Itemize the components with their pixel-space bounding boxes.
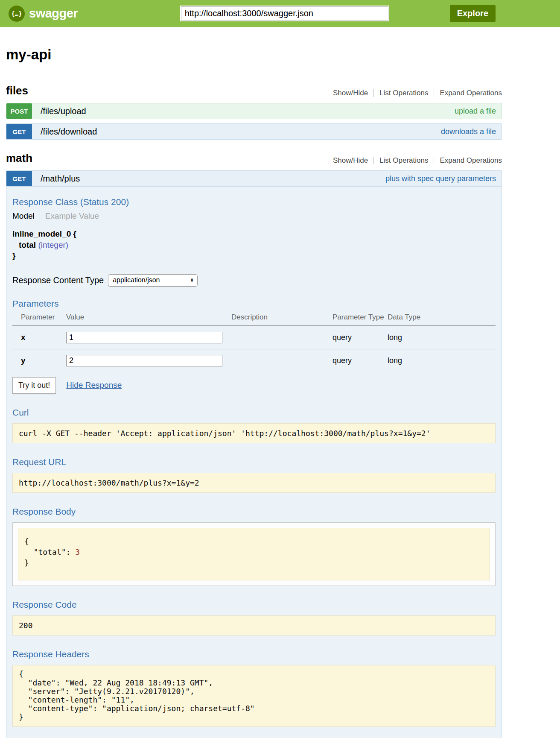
operation-summary[interactable]: upload a file [455,107,496,116]
parameter-value-input-x[interactable] [66,332,222,343]
json-text: } [24,558,29,567]
parameters-table: Parameter Value Description Parameter Ty… [12,313,496,372]
model-close-brace: } [12,250,496,261]
hide-response-link[interactable]: Hide Response [66,381,122,390]
tab-separator [40,211,40,222]
method-badge-get: GET [6,124,32,139]
operation-summary[interactable]: plus with spec query parameters [385,174,496,183]
api-title: my-api [6,47,502,63]
response-content-type-label: Response Content Type [12,275,104,285]
select-arrows-icon: ▲▼ [190,278,194,283]
parameter-data-type: long [388,326,496,349]
column-header-value: Value [66,313,231,326]
column-header-parameter: Parameter [12,313,66,326]
model-signature: inline_model_0 { total (integer) } [12,228,496,261]
main-content: my-api files Show/Hide List Operations E… [6,47,502,738]
section-title-math: math [6,152,32,165]
swagger-logo-icon: {…} [9,6,25,22]
try-it-out-button[interactable]: Try it out! [12,377,56,394]
json-text: { "total": [24,537,75,556]
property-name: total [19,240,36,249]
operation-row-post-files-upload[interactable]: POST /files/upload upload a file [6,103,502,119]
show-hide-link[interactable]: Show/Hide [333,156,368,165]
operation-path[interactable]: /math/plus [41,174,80,184]
parameter-type: query [332,326,388,349]
response-body-container: { "total": 3 } [12,522,496,586]
spec-url-input[interactable] [180,6,389,21]
swagger-logo[interactable]: {…} swagger [9,6,78,22]
section-controls-math: Show/Hide List Operations Expand Operati… [333,156,502,165]
tab-example-value[interactable]: Example Value [45,211,99,221]
try-it-out-row: Try it out! Hide Response [12,377,496,394]
response-body-heading: Response Body [12,507,496,517]
parameters-heading: Parameters [12,299,496,309]
operation-row-get-files-download[interactable]: GET /files/download downloads a file [6,123,502,140]
parameters-header-row: Parameter Value Description Parameter Ty… [12,313,496,326]
parameter-row-x: x query long [12,326,496,349]
response-code-heading: Response Code [12,600,496,610]
model-tabs: Model Example Value [12,211,496,222]
expand-operations-link[interactable]: Expand Operations [440,156,502,165]
link-separator [373,89,374,97]
section-header-math: math Show/Hide List Operations Expand Op… [6,152,502,165]
section-header-files: files Show/Hide List Operations Expand O… [6,84,502,97]
request-url-value: http://localhost:3000/math/plus?x=1&y=2 [12,473,496,493]
operation-path[interactable]: /files/upload [41,106,86,116]
header-bar: {…} swagger Explore [0,0,560,27]
column-header-data-type: Data Type [388,313,496,326]
parameter-value-input-y[interactable] [66,355,222,366]
operation-summary[interactable]: downloads a file [441,127,496,136]
property-type: (integer) [38,240,68,249]
braces-icon: {…} [11,10,22,17]
response-content-type-row: Response Content Type application/json ▲… [12,274,496,287]
link-separator [434,89,434,97]
show-hide-link[interactable]: Show/Hide [333,89,368,97]
response-headers-heading: Response Headers [12,649,496,659]
json-number-value: 3 [75,548,80,556]
column-header-description: Description [231,313,332,326]
list-operations-link[interactable]: List Operations [379,156,428,165]
model-property: total (integer) [19,240,496,251]
response-headers-json: { "date": "Wed, 22 Aug 2018 18:49:13 GMT… [12,665,496,727]
curl-heading: Curl [12,407,496,418]
list-operations-link[interactable]: List Operations [379,89,428,97]
response-class-heading: Response Class (Status 200) [12,197,496,207]
parameter-type: query [332,349,388,372]
tab-model[interactable]: Model [12,211,35,221]
operation-row-get-math-plus[interactable]: GET /math/plus plus with spec query para… [6,170,502,187]
column-header-parameter-type: Parameter Type [332,313,388,326]
selected-content-type: application/json [113,276,190,284]
link-separator [434,157,434,164]
explore-button[interactable]: Explore [450,5,496,22]
request-url-heading: Request URL [12,457,496,467]
response-content-type-select[interactable]: application/json ▲▼ [108,274,198,287]
method-badge-post: POST [6,103,32,119]
section-title-files: files [6,84,28,97]
response-body-json: { "total": 3 } [18,528,490,581]
model-name: inline_model_0 { [12,228,496,240]
parameter-row-y: y query long [12,349,496,372]
logo-title: swagger [29,6,78,20]
parameter-name: x [12,326,66,349]
parameter-description [231,349,332,372]
operation-detail-panel: Response Class (Status 200) Model Exampl… [6,187,502,738]
response-code-value: 200 [12,615,496,636]
parameter-description [231,326,332,349]
parameter-name: y [12,349,66,372]
curl-command: curl -X GET --header 'Accept: applicatio… [12,423,496,443]
method-badge-get: GET [6,171,32,186]
parameter-data-type: long [388,349,496,372]
link-separator [373,157,374,164]
expand-operations-link[interactable]: Expand Operations [440,89,502,97]
operation-path[interactable]: /files/download [41,127,97,137]
section-controls-files: Show/Hide List Operations Expand Operati… [333,89,502,97]
